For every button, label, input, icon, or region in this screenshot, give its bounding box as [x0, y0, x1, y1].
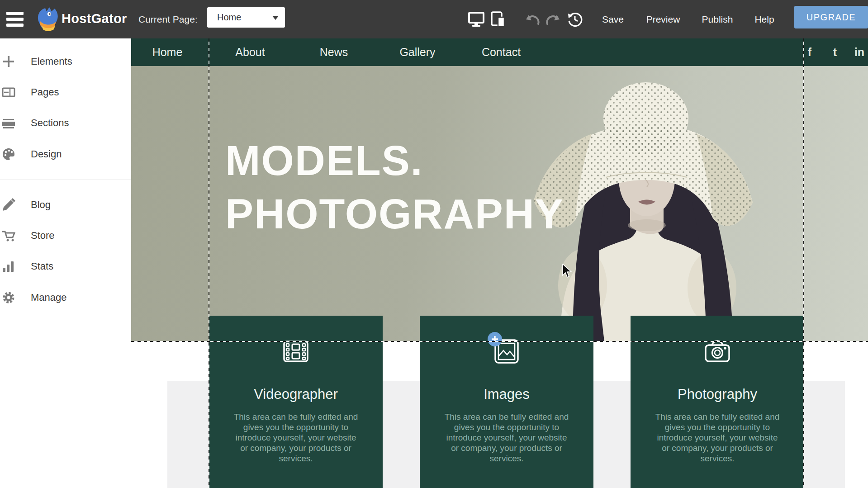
facebook-icon[interactable]: f — [808, 38, 811, 66]
plus-icon — [2, 55, 15, 68]
card-body: This area can be fully edited and gives … — [441, 412, 572, 464]
twitter-icon[interactable]: t — [833, 38, 837, 66]
upgrade-button[interactable]: UPGRADE — [794, 6, 868, 28]
site-nav-home[interactable]: Home — [152, 38, 183, 66]
sidebar-item-stats[interactable]: Stats — [0, 256, 131, 276]
selection-border-left — [209, 38, 209, 488]
sidebar: Elements Pages Sections — [0, 38, 131, 488]
site-nav-gallery[interactable]: Gallery — [399, 38, 435, 66]
sidebar-item-pages[interactable]: Pages — [0, 82, 131, 102]
sections-icon — [2, 116, 15, 130]
undo-icon[interactable] — [525, 0, 540, 38]
palette-icon — [2, 147, 15, 161]
pencil-icon — [2, 198, 15, 212]
hostgator-website-builder: HostGator Current Page: Home — [0, 0, 868, 488]
desktop-view-icon[interactable] — [468, 0, 485, 38]
history-icon[interactable] — [567, 0, 583, 38]
card-title: Videographer — [231, 386, 361, 403]
publish-button[interactable]: Publish — [702, 0, 733, 38]
topbar: HostGator Current Page: Home — [0, 0, 868, 38]
hero-title-line2: PHOTOGRAPHY — [225, 190, 564, 237]
add-image-plus-icon[interactable] — [488, 332, 502, 346]
site-nav-contact[interactable]: Contact — [482, 38, 521, 66]
sidebar-item-sections[interactable]: Sections — [0, 113, 131, 133]
cart-icon — [2, 229, 15, 242]
site-canvas: Home About News Gallery Contact f t in — [131, 38, 868, 488]
redo-icon[interactable] — [545, 0, 561, 38]
card-title: Images — [441, 386, 572, 403]
linkedin-icon[interactable]: in — [854, 38, 864, 66]
gear-icon — [2, 291, 15, 304]
sidebar-item-design[interactable]: Design — [0, 144, 131, 164]
gator-mascot-icon — [34, 6, 59, 31]
sidebar-item-manage[interactable]: Manage — [0, 288, 131, 308]
pages-icon — [2, 85, 15, 99]
selection-border-right — [803, 38, 804, 488]
sidebar-divider — [0, 180, 131, 180]
mobile-view-icon[interactable] — [490, 0, 507, 38]
site-nav-about[interactable]: About — [235, 38, 265, 66]
page-select-dropdown[interactable]: Home — [207, 7, 285, 28]
hero-section[interactable]: MODELS. PHOTOGRAPHY — [131, 66, 868, 341]
bar-chart-icon — [2, 260, 15, 273]
current-page-label: Current Page: — [138, 0, 198, 38]
sidebar-item-blog[interactable]: Blog — [0, 195, 131, 215]
sidebar-item-store[interactable]: Store — [0, 226, 131, 246]
hero-title-line1: MODELS. — [225, 137, 423, 184]
site-nav-news[interactable]: News — [320, 38, 348, 66]
sidebar-item-elements[interactable]: Elements — [0, 52, 131, 71]
preview-button[interactable]: Preview — [646, 0, 680, 38]
hostgator-logo: HostGator — [34, 6, 127, 31]
card-body: This area can be fully edited and gives … — [652, 412, 783, 464]
chevron-down-icon — [272, 16, 279, 20]
site-nav: Home About News Gallery Contact f t in — [131, 38, 868, 66]
hamburger-menu-icon[interactable] — [6, 12, 24, 27]
help-button[interactable]: Help — [754, 0, 774, 38]
card-title: Photography — [652, 386, 783, 403]
mouse-cursor — [562, 264, 573, 279]
card-body: This area can be fully edited and gives … — [231, 412, 361, 464]
hero-title: MODELS. PHOTOGRAPHY — [225, 134, 564, 241]
page-select-value: Home — [217, 12, 241, 23]
save-button[interactable]: Save — [602, 0, 624, 38]
selection-border-bottom — [131, 341, 868, 342]
brand-name: HostGator — [62, 11, 127, 26]
